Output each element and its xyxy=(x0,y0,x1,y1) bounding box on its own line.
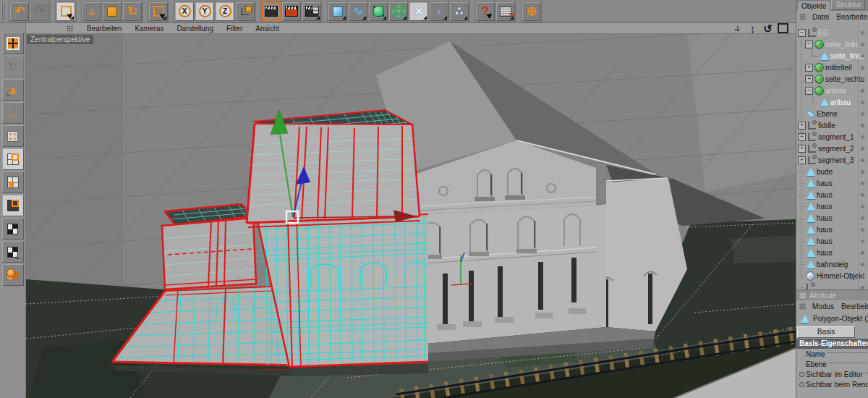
polygon-mode-button[interactable] xyxy=(2,172,24,193)
tree-row-segment_1[interactable]: +segment_1 xyxy=(796,131,868,143)
viewport-zoom-icon[interactable]: ↕ xyxy=(747,24,758,33)
tree-row-haus[interactable]: haus xyxy=(796,212,868,224)
object-menu-grip-icon[interactable] xyxy=(799,14,806,20)
object-menu-bearbeiten[interactable]: Bearbeiten xyxy=(836,13,868,21)
live-selection-button[interactable] xyxy=(149,2,168,21)
tree-row-Ebene[interactable]: Ebene xyxy=(796,108,868,119)
help-button[interactable]: ? xyxy=(476,2,495,21)
visibility-dot[interactable] xyxy=(861,240,864,243)
keyframe-dot-icon[interactable] xyxy=(799,382,804,387)
visibility-dot[interactable] xyxy=(861,193,864,197)
tree-row-haus[interactable]: haus xyxy=(796,200,868,212)
axis-y-button[interactable]: Y xyxy=(195,2,214,21)
keyframe-dot-icon[interactable] xyxy=(799,372,804,377)
render-picture-viewer-button[interactable] xyxy=(282,2,301,21)
expander-plus-icon[interactable]: + xyxy=(805,64,813,72)
move-button[interactable]: ↔↕ xyxy=(82,2,101,21)
visibility-dot[interactable] xyxy=(861,31,864,35)
visibility-dot[interactable] xyxy=(861,274,864,278)
tree-row-mittelteil[interactable]: +mittelteil xyxy=(804,62,868,73)
hypernurbs-button[interactable] xyxy=(369,2,388,21)
visibility-dot[interactable] xyxy=(861,135,864,139)
expander-plus-icon[interactable]: + xyxy=(805,75,813,83)
tree-row-anbau[interactable]: anbau xyxy=(811,96,868,108)
viewport-menu-darstellung[interactable]: Darstellung xyxy=(170,25,220,33)
expander-minus-icon[interactable]: − xyxy=(798,29,806,37)
visibility-dot[interactable] xyxy=(861,124,864,127)
tree-row-bahnsteig[interactable]: bahnsteig xyxy=(796,258,868,270)
rotate-button[interactable]: ↻ xyxy=(123,2,142,21)
axis-x-button[interactable]: X xyxy=(175,2,194,21)
content-browser-button[interactable]: ? xyxy=(496,2,515,21)
viewport-maximize-icon[interactable] xyxy=(778,24,788,33)
selection-button[interactable] xyxy=(56,2,75,21)
attribute-menu-bearbeiten[interactable]: Bearbeiten xyxy=(841,302,868,310)
tree-row-haus[interactable]: haus xyxy=(796,224,868,235)
tree-row-segment_3[interactable]: +segment_3 xyxy=(796,154,868,166)
tree-row-bude[interactable]: bude xyxy=(796,166,868,177)
visibility-dot[interactable] xyxy=(861,170,864,174)
tab-objekte[interactable]: Objekte xyxy=(798,1,830,11)
visibility-dot[interactable] xyxy=(861,147,864,151)
tab-struktur[interactable]: Struktur xyxy=(831,0,865,10)
viewport-menu-bearbeiten[interactable]: Bearbeiten xyxy=(80,25,128,33)
visibility-dot[interactable] xyxy=(861,43,864,46)
expander-plus-icon[interactable]: + xyxy=(798,133,806,141)
render-view-button[interactable] xyxy=(262,2,281,21)
axis-z-button[interactable]: Z xyxy=(216,2,234,21)
undo-button[interactable]: ↶ xyxy=(10,2,29,21)
texture-axis-mode-button[interactable]: ∟ xyxy=(2,241,24,263)
visibility-dot[interactable] xyxy=(861,216,864,220)
basis-tab-button[interactable]: Basis xyxy=(797,326,855,338)
viewport-pan-icon[interactable]: ↔↕ xyxy=(732,24,743,33)
tree-row-EG[interactable]: −EG xyxy=(796,27,868,38)
visibility-dot[interactable] xyxy=(861,182,864,185)
spline-button[interactable]: ∿ xyxy=(349,2,367,21)
expander-plus-icon[interactable]: + xyxy=(798,145,806,153)
tweak-mode-button[interactable] xyxy=(2,195,24,216)
scale-button[interactable] xyxy=(103,2,122,21)
visibility-dot[interactable] xyxy=(861,205,864,208)
attribute-menu-grip-icon[interactable] xyxy=(799,303,806,310)
attribute-menu-modus[interactable]: Modus xyxy=(812,302,834,310)
model-mode-button[interactable]: ▲∟ xyxy=(2,79,24,101)
edge-mode-button[interactable] xyxy=(2,148,24,170)
particles-button[interactable]: ∴ xyxy=(450,2,469,21)
toolbar-grip[interactable] xyxy=(1,3,7,20)
expander-plus-icon[interactable]: + xyxy=(798,122,806,130)
camera-rotate-button[interactable]: ↻ xyxy=(2,56,24,77)
tree-row-seite_rechts[interactable]: +seite_rechts xyxy=(804,73,868,85)
texture-mode-button[interactable] xyxy=(2,218,24,240)
visibility-dot[interactable] xyxy=(861,228,864,232)
visibility-dot[interactable] xyxy=(861,158,864,162)
viewport-rotate-view-icon[interactable]: ↺ xyxy=(762,24,773,33)
point-mode-button[interactable] xyxy=(2,125,24,147)
uv-mode-button[interactable] xyxy=(2,264,24,286)
viewport[interactable]: Zentralperspektive xyxy=(26,34,796,398)
visibility-dot[interactable] xyxy=(861,89,864,93)
visibility-dot[interactable] xyxy=(861,286,864,289)
redo-button[interactable]: ↷ xyxy=(30,2,49,21)
tree-row-anbau[interactable]: −anbau xyxy=(804,85,868,96)
tree-row-fiddle[interactable]: +fiddle xyxy=(796,119,868,131)
tree-row-haus[interactable]: haus xyxy=(796,189,868,200)
tree-row-seite_links[interactable]: −seite_links xyxy=(804,38,868,50)
tree-row-haus[interactable]: haus xyxy=(796,177,868,189)
visibility-dot[interactable] xyxy=(861,77,864,81)
viewport-menu-filter[interactable]: Filter xyxy=(220,25,249,33)
expander-plus-icon[interactable]: + xyxy=(798,156,806,164)
render-settings-button[interactable] xyxy=(302,2,321,21)
make-editable-button[interactable] xyxy=(2,33,24,54)
deformer-button[interactable]: × xyxy=(409,2,428,21)
axis-mode-button[interactable]: ∟ xyxy=(2,102,24,124)
visibility-dot[interactable] xyxy=(861,112,864,116)
viewport-canvas[interactable] xyxy=(26,34,796,398)
expander-minus-icon[interactable]: − xyxy=(805,41,813,48)
visibility-dot[interactable] xyxy=(861,54,864,58)
globe-button[interactable]: ⊕ xyxy=(522,2,541,21)
menubar-grip-icon[interactable] xyxy=(67,25,73,32)
tree-row-haus[interactable]: haus xyxy=(796,235,868,247)
red-tower-selected[interactable] xyxy=(247,110,420,227)
object-menu-datei[interactable]: Datei xyxy=(812,13,829,21)
tree-row-segment_2[interactable]: +segment_2 xyxy=(796,143,868,154)
